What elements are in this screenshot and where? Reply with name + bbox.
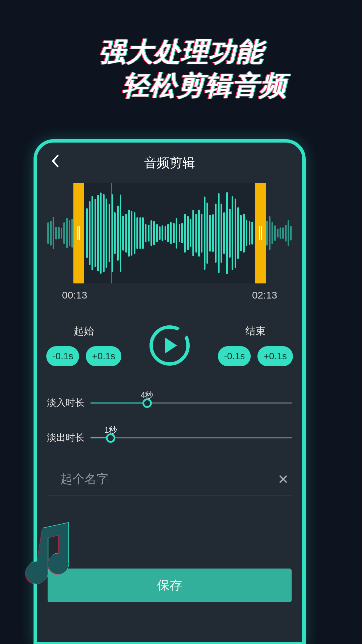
waveform-right-overflow: [266, 183, 292, 283]
name-input-row: 起个名字 ✕: [47, 471, 292, 495]
trim-handle-right[interactable]: [255, 183, 266, 283]
waveform-selection[interactable]: [84, 183, 255, 283]
playhead[interactable]: [111, 183, 112, 283]
trim-handle-left[interactable]: [73, 183, 84, 283]
time-labels: 00:13 02:13: [62, 289, 277, 301]
play-icon: [165, 337, 177, 354]
name-input[interactable]: 起个名字: [47, 471, 274, 487]
topbar: 音频剪辑: [44, 143, 296, 183]
end-time: 02:13: [252, 289, 277, 301]
fade-out-track[interactable]: 1秒: [90, 437, 292, 438]
end-minus-button[interactable]: -0.1s: [218, 346, 251, 366]
fade-in-label: 淡入时长: [47, 396, 90, 409]
back-icon[interactable]: [51, 154, 59, 171]
waveform-area[interactable]: [47, 183, 292, 283]
hero: 强大处理功能 轻松剪辑音频: [0, 0, 362, 102]
hero-line1: 强大处理功能: [0, 35, 362, 69]
fade-out-slider[interactable]: 淡出时长 1秒: [47, 431, 292, 444]
fade-in-slider[interactable]: 淡入时长 4秒: [47, 396, 292, 409]
start-minus-button[interactable]: -0.1s: [46, 346, 79, 366]
end-controls: 结束 -0.1s +0.1s: [219, 324, 292, 366]
fade-out-thumb[interactable]: [106, 433, 115, 443]
start-plus-button[interactable]: +0.1s: [86, 346, 121, 366]
end-label: 结束: [219, 324, 292, 338]
end-plus-button[interactable]: +0.1s: [257, 346, 293, 366]
hero-line2: 轻松剪辑音频: [47, 69, 362, 102]
trim-controls: 起始 -0.1s +0.1s 结束 -0.1s +0.1s: [47, 324, 292, 366]
fade-out-label: 淡出时长: [47, 431, 90, 444]
start-time: 00:13: [62, 289, 87, 301]
play-button[interactable]: [149, 325, 190, 366]
save-button[interactable]: 保存: [48, 569, 292, 602]
waveform-left-overflow: [47, 183, 73, 283]
music-note-icon: [10, 517, 84, 590]
fade-in-thumb[interactable]: [142, 398, 152, 408]
page-title: 音频剪辑: [44, 154, 296, 171]
start-label: 起始: [47, 324, 121, 338]
fade-sliders: 淡入时长 4秒 淡出时长 1秒: [47, 396, 292, 444]
start-controls: 起始 -0.1s +0.1s: [47, 324, 121, 366]
fade-in-track[interactable]: 4秒: [90, 402, 292, 404]
clear-icon[interactable]: ✕: [274, 472, 292, 487]
